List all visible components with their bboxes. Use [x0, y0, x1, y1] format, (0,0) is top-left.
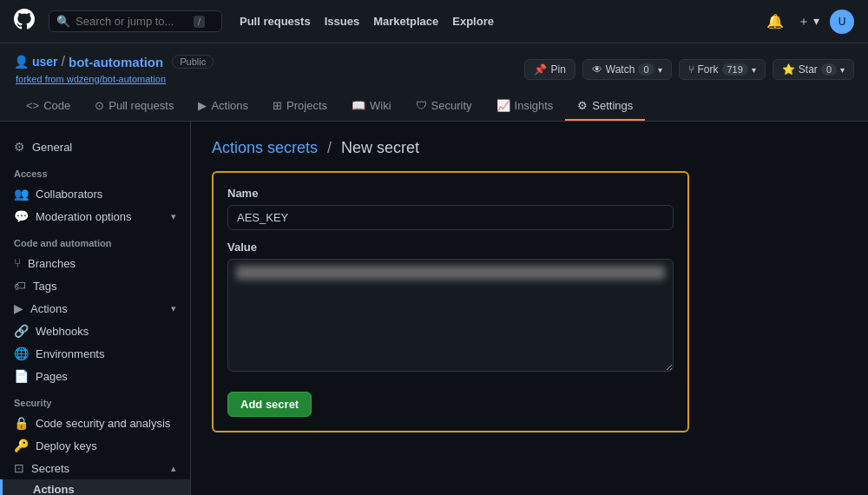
- create-button[interactable]: ＋ ▾: [798, 14, 819, 30]
- sidebar: ⚙ General Access 👥 Collaborators 💬 Moder…: [0, 122, 191, 495]
- fork-icon: ⑂: [688, 63, 694, 76]
- sidebar-label-code-security: Code security and analysis: [36, 417, 170, 430]
- repo-actions: 📌 Pin 👁 Watch 0 ▾ ⑂ Fork 719 ▾ ⭐ Star 0 …: [524, 59, 854, 80]
- value-group: Value: [227, 241, 674, 374]
- actions-settings-icon: ▶: [14, 301, 23, 315]
- sidebar-label-tags: Tags: [33, 280, 56, 293]
- fork-label: Fork: [698, 63, 719, 76]
- tab-projects[interactable]: ⊞ Projects: [260, 92, 339, 121]
- avatar[interactable]: U: [830, 10, 854, 34]
- moderation-icon: 💬: [14, 209, 29, 223]
- user-icon: 👤: [14, 55, 29, 69]
- breadcrumb-actions-secrets[interactable]: Actions secrets: [212, 139, 318, 156]
- breadcrumb-current: New secret: [341, 139, 419, 156]
- code-icon: <>: [26, 99, 39, 112]
- star-caret: ▾: [840, 65, 845, 75]
- watch-button[interactable]: 👁 Watch 0 ▾: [582, 59, 672, 80]
- name-label: Name: [227, 187, 674, 200]
- sidebar-label-branches: Branches: [28, 257, 76, 270]
- sidebar-item-collaborators[interactable]: 👥 Collaborators: [0, 182, 190, 205]
- sidebar-section-code: Code and automation: [0, 234, 190, 252]
- fork-button[interactable]: ⑂ Fork 719 ▾: [679, 59, 766, 80]
- sidebar-label-actions: Actions: [30, 302, 68, 315]
- public-badge: Public: [172, 55, 214, 69]
- star-button[interactable]: ⭐ Star 0 ▾: [773, 59, 854, 80]
- username-link[interactable]: user: [32, 55, 58, 69]
- sidebar-label-secrets: Secrets: [31, 462, 69, 475]
- search-input[interactable]: [76, 15, 188, 28]
- pin-icon: 📌: [534, 63, 547, 76]
- value-label: Value: [227, 241, 674, 254]
- sidebar-item-code-security[interactable]: 🔒 Code security and analysis: [0, 412, 190, 434]
- tab-security[interactable]: 🛡 Security: [404, 92, 484, 121]
- wiki-icon: 📖: [352, 99, 365, 112]
- sidebar-label-collaborators: Collaborators: [36, 188, 102, 201]
- watch-icon: 👁: [592, 63, 602, 76]
- sidebar-item-environments[interactable]: 🌐 Environments: [0, 342, 190, 365]
- repo-link[interactable]: bot-automation: [69, 55, 163, 69]
- sidebar-item-deploy-keys[interactable]: 🔑 Deploy keys: [0, 434, 190, 457]
- search-box[interactable]: 🔍 /: [49, 10, 222, 32]
- sidebar-label-pages: Pages: [36, 370, 68, 383]
- top-nav-right: 🔔 ＋ ▾ U: [763, 10, 854, 34]
- tab-insights[interactable]: 📈 Insights: [484, 92, 566, 121]
- branches-icon: ⑂: [14, 256, 21, 270]
- sidebar-item-pages[interactable]: 📄 Pages: [0, 365, 190, 387]
- textarea-wrapper: [227, 259, 674, 374]
- sidebar-item-general[interactable]: ⚙ General: [0, 135, 190, 158]
- sidebar-section-security: Security: [0, 394, 190, 412]
- secret-form: Name Value Add secret: [212, 171, 689, 432]
- notifications-button[interactable]: 🔔: [763, 10, 787, 33]
- value-textarea[interactable]: [227, 259, 674, 372]
- pin-label: Pin: [550, 63, 565, 76]
- sidebar-label-general: General: [32, 141, 72, 154]
- tab-pull-requests[interactable]: ⊙ Pull requests: [82, 92, 186, 121]
- main-layout: ⚙ General Access 👥 Collaborators 💬 Moder…: [0, 122, 868, 495]
- webhooks-icon: 🔗: [14, 324, 29, 338]
- environments-icon: 🌐: [14, 346, 29, 360]
- sidebar-label-environments: Environments: [36, 347, 104, 360]
- sidebar-item-moderation[interactable]: 💬 Moderation options ▾: [0, 205, 190, 228]
- actions-chevron: ▾: [171, 303, 176, 314]
- nav-issues[interactable]: Issues: [325, 15, 359, 28]
- breadcrumb-separator: /: [327, 139, 332, 156]
- moderation-chevron: ▾: [171, 211, 176, 222]
- tab-wiki[interactable]: 📖 Wiki: [339, 92, 404, 121]
- forked-from-link[interactable]: forked from wdzeng/bot-automation: [16, 74, 166, 84]
- add-secret-button[interactable]: Add secret: [227, 392, 312, 417]
- security-icon: 🛡: [416, 99, 427, 112]
- repo-header: 👤 user / bot-automation Public forked fr…: [0, 43, 868, 122]
- sidebar-item-tags[interactable]: 🏷 Tags: [0, 274, 190, 297]
- github-logo[interactable]: [14, 9, 35, 34]
- nav-pull-requests[interactable]: Pull requests: [240, 15, 311, 28]
- star-icon: ⭐: [782, 63, 795, 76]
- settings-icon: ⚙: [577, 99, 588, 112]
- watch-label: Watch: [606, 63, 635, 76]
- star-count: 0: [821, 63, 837, 76]
- code-security-icon: 🔒: [14, 416, 29, 430]
- pages-icon: 📄: [14, 369, 29, 383]
- pr-icon: ⊙: [95, 99, 104, 112]
- repo-tabs: <> Code ⊙ Pull requests ▶ Actions ⊞ Proj…: [14, 92, 854, 121]
- tab-settings[interactable]: ⚙ Settings: [565, 92, 645, 121]
- repo-breadcrumb: 👤 user / bot-automation Public: [14, 54, 214, 69]
- breadcrumb-sep: /: [62, 54, 65, 69]
- sidebar-sub-item-actions[interactable]: Actions: [0, 479, 190, 495]
- nav-marketplace[interactable]: Marketplace: [373, 15, 438, 28]
- fork-count: 719: [722, 63, 748, 76]
- pin-button[interactable]: 📌 Pin: [524, 59, 575, 80]
- tab-code[interactable]: <> Code: [14, 92, 82, 121]
- tab-actions[interactable]: ▶ Actions: [186, 92, 260, 121]
- nav-explore[interactable]: Explore: [452, 15, 494, 28]
- general-icon: ⚙: [14, 140, 25, 154]
- name-input[interactable]: [227, 205, 674, 230]
- sidebar-label-webhooks: Webhooks: [36, 325, 89, 338]
- top-nav: 🔍 / Pull requests Issues Marketplace Exp…: [0, 0, 868, 43]
- sidebar-item-secrets[interactable]: ⊡ Secrets ▴: [0, 457, 190, 479]
- collaborators-icon: 👥: [14, 187, 29, 201]
- fork-caret: ▾: [752, 65, 756, 75]
- sidebar-item-webhooks[interactable]: 🔗 Webhooks: [0, 320, 190, 342]
- sidebar-item-branches[interactable]: ⑂ Branches: [0, 252, 190, 274]
- sidebar-item-actions[interactable]: ▶ Actions ▾: [0, 297, 190, 320]
- secrets-chevron: ▴: [171, 463, 176, 474]
